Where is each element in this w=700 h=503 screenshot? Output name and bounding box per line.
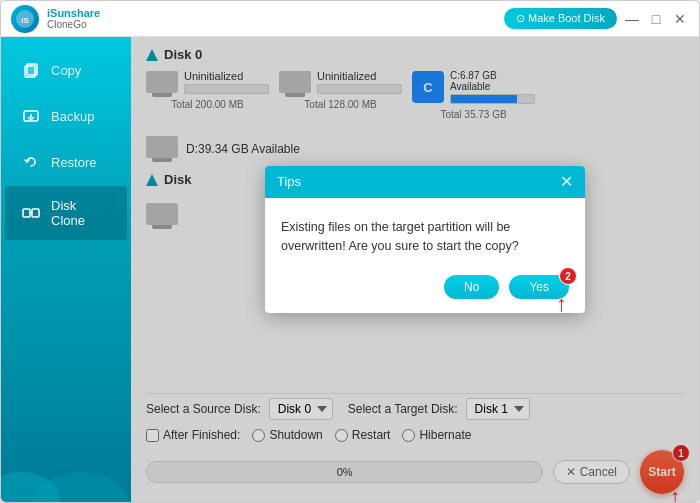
minimize-button[interactable]: — <box>623 10 641 28</box>
app-logo: iS <box>11 5 39 33</box>
svg-text:iS: iS <box>21 16 29 25</box>
sidebar-item-copy[interactable]: Copy <box>5 48 127 92</box>
app-title: iSunshare CloneGo <box>47 7 100 30</box>
sidebar-item-backup[interactable]: Backup <box>5 94 127 138</box>
dialog-header: Tips ✕ <box>265 166 585 198</box>
maximize-button[interactable]: □ <box>647 10 665 28</box>
yes-arrow: ↑ <box>556 291 567 313</box>
svg-rect-8 <box>23 209 30 217</box>
title-bar-left: iS iSunshare CloneGo <box>11 5 100 33</box>
title-bar-right: ⊙ Make Boot Disk — □ ✕ <box>504 8 689 29</box>
close-button[interactable]: ✕ <box>671 10 689 28</box>
copy-icon <box>21 60 41 80</box>
svg-rect-3 <box>27 64 37 75</box>
disk-clone-icon <box>21 203 41 223</box>
sidebar-item-disk-clone[interactable]: Disk Clone <box>5 186 127 240</box>
content-area: Disk 0 Uninitialized <box>131 37 699 502</box>
backup-icon <box>21 106 41 126</box>
dialog-body: Existing files on the target partition w… <box>265 198 585 268</box>
tips-dialog: Tips ✕ Existing files on the target part… <box>265 166 585 314</box>
svg-rect-9 <box>32 209 39 217</box>
title-bar: iS iSunshare CloneGo ⊙ Make Boot Disk — … <box>1 1 699 37</box>
dialog-title: Tips <box>277 174 301 189</box>
dialog-message: Existing files on the target partition w… <box>281 218 569 256</box>
sidebar-restore-label: Restore <box>51 155 97 170</box>
yes-step-badge: 2 <box>559 267 577 285</box>
sidebar-copy-label: Copy <box>51 63 81 78</box>
dialog-footer: No Yes 2 ↑ <box>265 267 585 313</box>
make-boot-button[interactable]: ⊙ Make Boot Disk <box>504 8 617 29</box>
restore-icon <box>21 152 41 172</box>
dialog-no-button[interactable]: No <box>444 275 499 299</box>
sidebar-item-restore[interactable]: Restore <box>5 140 127 184</box>
dialog-overlay: Tips ✕ Existing files on the target part… <box>131 37 699 502</box>
sidebar-backup-label: Backup <box>51 109 94 124</box>
dialog-close-button[interactable]: ✕ <box>560 174 573 190</box>
sidebar-disk-clone-label: Disk Clone <box>51 198 111 228</box>
main-content: Copy Backup <box>1 37 699 502</box>
app-window: iS iSunshare CloneGo ⊙ Make Boot Disk — … <box>0 0 700 503</box>
sidebar: Copy Backup <box>1 37 131 502</box>
